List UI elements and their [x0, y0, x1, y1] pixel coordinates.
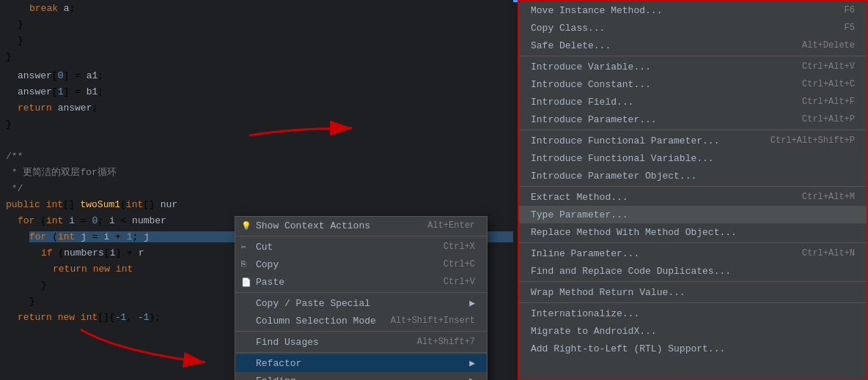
submenu-item-label: Introduce Functional Variable... — [531, 153, 714, 164]
submenu-item-copy-class[interactable]: Copy Class... F5 — [519, 19, 867, 37]
submenu-item-shortcut: Ctrl+Alt+P — [802, 114, 855, 124]
code-line-1: break a; — [0, 0, 513, 16]
menu-item-label: Column Selection Mode — [256, 316, 376, 327]
submenu-item-shortcut: Alt+Delete — [802, 40, 855, 51]
submenu-arrow-icon-2: ▶ — [469, 357, 475, 369]
menu-item-folding[interactable]: Folding ▶ — [235, 372, 487, 380]
menu-item-label: Cut — [256, 242, 273, 253]
code-line-10: * 更简洁的双层for循环 — [0, 164, 513, 180]
submenu-item-label: Extract Method... — [531, 192, 628, 203]
submenu-separator-2 — [519, 130, 867, 130]
submenu-item-safe-delete[interactable]: Safe Delete... Alt+Delete — [519, 37, 867, 54]
submenu-item-label: Type Parameter... — [531, 209, 628, 220]
submenu-item-introduce-functional-var[interactable]: Introduce Functional Variable... — [519, 149, 867, 167]
menu-item-label: Folding — [256, 376, 296, 381]
submenu-item-label: Introduce Parameter... — [531, 114, 657, 125]
submenu-item-type-parameter[interactable]: Type Parameter... — [519, 206, 867, 223]
submenu-item-label: Add Right-to-Left (RTL) Support... — [531, 343, 725, 354]
code-line-6: answer[1] = b1; — [0, 83, 513, 100]
submenu-item-shortcut: Ctrl+Alt+Shift+P — [770, 135, 855, 146]
cut-icon: ✂ — [241, 242, 246, 252]
code-line-7: return answer; — [0, 100, 513, 116]
menu-item-shortcut: Ctrl+V — [444, 277, 475, 287]
code-line-12: public int[] twoSum1(int[] nur — [0, 196, 513, 212]
submenu-item-internationalize[interactable]: Internationalize... — [519, 305, 867, 322]
submenu-item-inline-parameter[interactable]: Inline Parameter... Ctrl+Alt+N — [519, 245, 867, 262]
menu-separator-3 — [235, 331, 487, 332]
menu-item-label: Find Usages — [256, 337, 319, 348]
menu-item-copy-paste-special[interactable]: Copy / Paste Special ▶ — [235, 294, 487, 312]
submenu-item-label: Copy Class... — [531, 23, 605, 34]
menu-item-label: Refactor — [256, 358, 301, 369]
context-menu: 💡 Show Context Actions Alt+Enter ✂ Cut C… — [235, 216, 488, 380]
submenu-item-introduce-variable[interactable]: Introduce Variable... Ctrl+Alt+V — [519, 58, 867, 75]
menu-item-shortcut: Alt+Shift+7 — [417, 337, 475, 347]
bulb-icon: 💡 — [241, 221, 251, 231]
submenu-item-introduce-parameter[interactable]: Introduce Parameter... Ctrl+Alt+P — [519, 111, 867, 128]
submenu-item-label: Introduce Field... — [531, 97, 633, 108]
menu-item-find-usages[interactable]: Find Usages Alt+Shift+7 — [235, 333, 487, 351]
code-line-9: /** — [0, 148, 513, 164]
submenu-item-wrap-method-return[interactable]: Wrap Method Return Value... — [519, 283, 867, 301]
submenu-arrow-icon: ▶ — [469, 297, 475, 309]
code-line-8: } — [0, 116, 513, 132]
submenu-item-shortcut: F6 — [845, 5, 855, 15]
submenu-separator-1 — [519, 56, 867, 56]
submenu-separator-5 — [519, 281, 867, 282]
submenu-item-label: Introduce Variable... — [531, 62, 651, 72]
code-line-blank1 — [0, 132, 513, 148]
menu-item-shortcut: Alt+Shift+Insert — [391, 316, 475, 326]
menu-item-copy[interactable]: ⎘ Copy Ctrl+C — [235, 256, 487, 273]
submenu-arrow-icon-3: ▶ — [469, 375, 475, 380]
submenu-item-label: Replace Method With Method Object... — [531, 227, 737, 238]
submenu-item-shortcut: Ctrl+Alt+M — [802, 192, 855, 202]
submenu-separator-4 — [519, 242, 867, 243]
submenu-item-replace-method-object[interactable]: Replace Method With Method Object... — [519, 223, 867, 241]
code-line-11: */ — [0, 180, 513, 196]
submenu-item-label: Introduce Functional Parameter... — [531, 135, 719, 146]
submenu-item-shortcut: F5 — [845, 23, 855, 33]
submenu-item-shortcut: Ctrl+Alt+N — [802, 248, 855, 258]
code-line-2: } — [0, 16, 513, 32]
submenu-item-label: Internationalize... — [531, 308, 639, 319]
submenu-item-label: Migrate to AndroidX... — [531, 326, 657, 337]
menu-item-show-context-actions[interactable]: 💡 Show Context Actions Alt+Enter — [235, 217, 487, 234]
menu-item-shortcut: Alt+Enter — [427, 220, 475, 231]
submenu-item-shortcut: Ctrl+Alt+F — [802, 97, 855, 107]
submenu-item-label: Introduce Parameter Object... — [531, 171, 696, 182]
submenu-item-rtl-support[interactable]: Add Right-to-Left (RTL) Support... — [519, 340, 867, 357]
submenu-item-shortcut: Ctrl+Alt+C — [802, 79, 855, 89]
submenu-item-migrate-androidx[interactable]: Migrate to AndroidX... — [519, 322, 867, 340]
menu-item-label: Show Context Actions — [256, 220, 370, 231]
submenu-separator-6 — [519, 302, 867, 303]
menu-separator-4 — [235, 352, 487, 353]
menu-item-paste[interactable]: 📄 Paste Ctrl+V — [235, 273, 487, 291]
submenu-item-introduce-field[interactable]: Introduce Field... Ctrl+Alt+F — [519, 93, 867, 111]
submenu-item-label: Move Instance Method... — [531, 5, 662, 16]
menu-item-shortcut: Ctrl+X — [444, 242, 475, 252]
copy-icon: ⎘ — [241, 260, 246, 269]
submenu-item-move-instance-method[interactable]: Move Instance Method... F6 — [519, 1, 867, 19]
menu-item-cut[interactable]: ✂ Cut Ctrl+X — [235, 238, 487, 256]
menu-item-shortcut: Ctrl+C — [444, 259, 475, 269]
submenu-item-label: Introduce Constant... — [531, 79, 651, 90]
code-line-4: } — [0, 48, 513, 64]
menu-separator-2 — [235, 292, 487, 293]
paste-icon: 📄 — [241, 277, 251, 287]
submenu-item-extract-method[interactable]: Extract Method... Ctrl+Alt+M — [519, 188, 867, 206]
submenu-item-label: Wrap Method Return Value... — [531, 287, 685, 298]
submenu-item-introduce-functional-param[interactable]: Introduce Functional Parameter... Ctrl+A… — [519, 132, 867, 149]
menu-item-column-selection[interactable]: Column Selection Mode Alt+Shift+Insert — [235, 312, 487, 329]
menu-item-refactor[interactable]: Refactor ▶ — [235, 354, 487, 372]
code-line-3: } — [0, 32, 513, 48]
submenu-item-label: Inline Parameter... — [531, 248, 639, 259]
menu-item-label: Paste — [256, 277, 284, 288]
submenu-item-label: Safe Delete... — [531, 40, 611, 51]
submenu-item-find-replace-duplicates[interactable]: Find and Replace Code Duplicates... — [519, 262, 867, 280]
submenu-item-introduce-param-object[interactable]: Introduce Parameter Object... — [519, 167, 867, 185]
menu-separator-1 — [235, 236, 487, 236]
menu-item-label: Copy / Paste Special — [256, 298, 370, 309]
submenu-item-introduce-constant[interactable]: Introduce Constant... Ctrl+Alt+C — [519, 75, 867, 93]
menu-item-label: Copy — [256, 259, 279, 270]
submenu-item-label: Find and Replace Code Duplicates... — [531, 266, 731, 277]
